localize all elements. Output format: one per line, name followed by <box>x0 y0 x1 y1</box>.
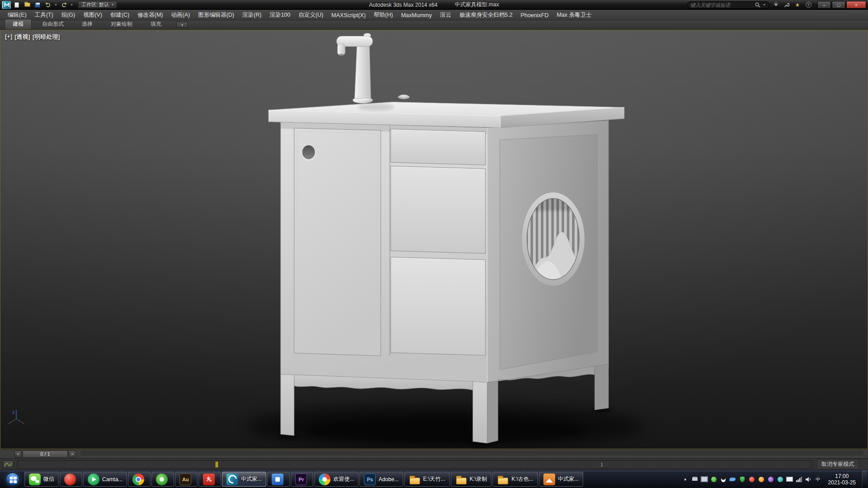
next-frame-button[interactable]: > <box>69 450 76 458</box>
ribbon-tab-object-paint[interactable]: 对象绘制 <box>103 19 140 29</box>
3ds-max-logo-icon <box>3 1 10 9</box>
menu-maxscript[interactable]: MAXScript(X) <box>327 10 370 20</box>
open-mini-curve-editor-button[interactable] <box>3 460 14 469</box>
time-slider-track[interactable] <box>80 451 863 456</box>
undo-dropdown-arrow[interactable]: ▾ <box>54 3 58 7</box>
redo-button[interactable] <box>59 1 68 9</box>
search-input[interactable] <box>690 2 753 8</box>
workspace-selector[interactable]: 工作区: 默认 ▾ <box>78 1 117 9</box>
taskbar-button-camtasia[interactable]: Camta... <box>83 472 127 487</box>
front-left-leg <box>281 374 294 436</box>
viewport-shading-menu[interactable]: [明暗处理] <box>33 33 60 41</box>
purple-tray-icon[interactable] <box>767 475 775 483</box>
cloud-icon[interactable] <box>729 475 737 483</box>
taskbar-button-audition[interactable]: Au <box>175 472 198 487</box>
menu-customize[interactable]: 自定义(U) <box>294 10 327 20</box>
show-desktop-button[interactable] <box>861 470 867 488</box>
taskbar-button-folder-k2[interactable]: K:\古色... <box>492 472 538 487</box>
menu-help[interactable]: 帮助(H) <box>370 10 397 20</box>
track-bar-row: 1 取消专家模式 <box>0 458 868 470</box>
time-slider-handle[interactable]: 0 / 1 <box>23 450 68 458</box>
audition-icon: Au <box>179 474 191 485</box>
settings-button[interactable] <box>782 1 791 9</box>
menu-rendering[interactable]: 渲染(R) <box>238 10 265 20</box>
taskbar-button-camtasia-recorder[interactable] <box>60 472 82 487</box>
undo-button[interactable] <box>43 1 52 9</box>
mail-icon[interactable] <box>786 475 794 483</box>
current-frame-marker[interactable] <box>215 461 218 468</box>
start-button[interactable] <box>1 470 24 488</box>
ime-language-icon[interactable]: 中 <box>814 475 822 483</box>
ribbon-overflow-button[interactable]: ▾ <box>176 22 188 28</box>
ribbon-tab-selection[interactable]: 选择 <box>74 19 100 29</box>
favorites-button[interactable]: ★ <box>793 1 802 9</box>
menu-create[interactable]: 创建(C) <box>106 10 133 20</box>
menu-edit[interactable]: 编辑(E) <box>4 10 31 20</box>
windows-taskbar: 微信 Camta... Au 丸 <box>0 470 868 488</box>
open-file-button[interactable] <box>23 1 32 9</box>
menu-graph-editors[interactable]: 图形编辑器(D) <box>194 10 238 20</box>
folder-icon <box>497 474 509 485</box>
red-tray-icon[interactable] <box>748 475 756 483</box>
menu-maxmummy[interactable]: MaxMummy <box>397 10 436 20</box>
previous-frame-button[interactable]: < <box>14 450 22 458</box>
maximize-button[interactable]: □ <box>832 1 845 9</box>
teal-tray-icon[interactable] <box>776 475 784 483</box>
track-bar[interactable]: 1 <box>17 460 813 469</box>
viewport-general-menu[interactable]: [+] <box>5 33 12 41</box>
menu-group[interactable]: 组(G) <box>57 10 80 20</box>
taskbar-button-chrome[interactable] <box>128 472 151 487</box>
green-tray-icon[interactable] <box>710 475 718 483</box>
menu-tools[interactable]: 工具(T) <box>31 10 57 20</box>
open-folder-icon <box>24 3 30 7</box>
cancel-expert-mode-button[interactable]: 取消专家模式 <box>816 459 859 469</box>
new-file-button[interactable] <box>12 1 21 9</box>
shield-icon[interactable] <box>738 475 746 483</box>
viewport-pov-menu[interactable]: [透视] <box>14 33 30 41</box>
taskbar-button-premiere[interactable]: Pr <box>291 472 313 487</box>
taskbar-button-green-app[interactable] <box>151 472 174 487</box>
qq-icon[interactable] <box>719 475 727 483</box>
back-right-leg <box>594 364 609 410</box>
taskbar-button-wechat[interactable]: 微信 <box>24 472 59 487</box>
app-menu-button[interactable] <box>2 1 11 9</box>
perspective-viewport[interactable]: z [+] [透视] [明暗处理] <box>0 30 868 449</box>
drawer-top <box>391 129 486 165</box>
ribbon-tab-freeform[interactable]: 自由形式 <box>34 19 71 29</box>
save-file-button[interactable] <box>33 1 42 9</box>
taskbar-button-image-app[interactable]: 中式家... <box>539 472 583 487</box>
taskbar-button-folder-e[interactable]: E:\天竹... <box>404 472 450 487</box>
communication-center-button[interactable] <box>771 1 780 9</box>
taskbar-clock[interactable]: 17:00 2021-03-25 <box>824 473 860 486</box>
search-dropdown-arrow[interactable]: ▾ <box>762 3 766 7</box>
orange-tray-icon[interactable] <box>757 475 765 483</box>
search-icon[interactable] <box>755 2 760 8</box>
taskbar-button-folder-k1[interactable]: K:\录制 <box>451 472 492 487</box>
display-icon[interactable] <box>700 475 708 483</box>
time-slider-row: < 0 / 1 > <box>0 449 868 458</box>
ribbon-tab-populate[interactable]: 填充 <box>143 19 169 29</box>
taskbar-button-blue-app[interactable] <box>267 472 290 487</box>
menu-animation[interactable]: 动画(A) <box>167 10 194 20</box>
redo-dropdown-arrow[interactable]: ▾ <box>70 3 74 7</box>
help-button[interactable]: ? <box>804 1 813 9</box>
ribbon-tab-modeling[interactable]: 建模 <box>5 19 32 29</box>
taskbar-button-welcome[interactable]: 欢迎使... <box>314 472 359 487</box>
close-button[interactable]: × <box>846 1 866 9</box>
printer-icon[interactable] <box>691 475 699 483</box>
viewport-canvas[interactable]: z <box>0 30 868 449</box>
menu-phoenixfd[interactable]: PhoenixFD <box>517 10 553 20</box>
volume-icon[interactable] <box>805 475 813 483</box>
menu-modifiers[interactable]: 修改器(M) <box>133 10 167 20</box>
hidden-icons-button[interactable]: ▲ <box>681 475 689 483</box>
menu-antivirus[interactable]: Max 杀毒卫士 <box>552 10 595 20</box>
menu-rendercloud[interactable]: 渲云 <box>436 10 455 20</box>
minimize-button[interactable]: – <box>817 1 831 9</box>
taskbar-button-wan[interactable]: 丸 <box>198 472 221 487</box>
taskbar-button-photoshop[interactable]: Ps Adobe... <box>359 472 403 487</box>
taskbar-button-3dsmax[interactable]: 中式家... <box>222 472 266 487</box>
network-icon[interactable] <box>795 475 803 483</box>
menu-slim-archive[interactable]: 极速瘦身安全归档5.2 <box>455 10 516 20</box>
menu-views[interactable]: 视图(V) <box>79 10 106 20</box>
menu-render100[interactable]: 渲染100 <box>265 10 294 20</box>
